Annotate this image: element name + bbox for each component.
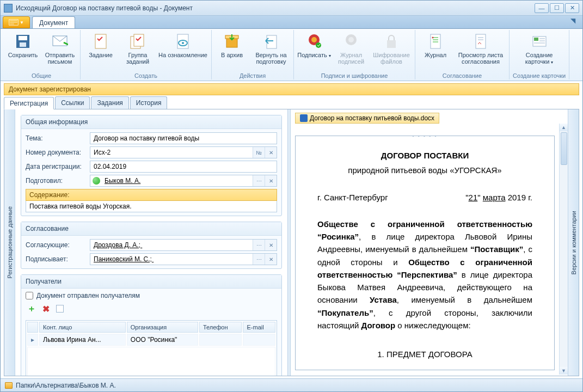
plus-icon: ＋ <box>27 303 36 315</box>
status-strip: Документ зарегистрирован <box>4 83 579 95</box>
seal-log-icon <box>342 32 360 51</box>
num-gen-button[interactable]: № <box>253 147 265 158</box>
card-general: Общая информация Тема: Номер документа: … <box>21 115 282 216</box>
card-icon <box>530 32 549 51</box>
svg-rect-24 <box>534 38 538 41</box>
clear-button[interactable]: ✕ <box>265 175 277 186</box>
statusbar: Папки\Альтернатива\Быков М. А. <box>1 378 582 391</box>
col-email[interactable]: E-mail <box>243 322 275 333</box>
content-tabs: Регистрация Ссылки Задания История <box>4 96 579 109</box>
task-group-button[interactable]: Группа заданий <box>121 31 155 71</box>
clear-button[interactable]: ✕ <box>265 240 277 250</box>
send-mail-button[interactable]: Отправить письмом <box>43 31 77 71</box>
return-button[interactable]: Вернуть на подготовку <box>252 31 290 71</box>
num-clear-button[interactable]: ✕ <box>265 147 277 158</box>
signer-input[interactable]: ⋯ ✕ <box>90 253 277 265</box>
card-header: Общая информация <box>21 115 281 129</box>
svg-rect-20 <box>431 34 440 48</box>
body-area: Регистрационные данные Общая информация … <box>4 109 579 376</box>
card-approval: Согласование Согласующие: ⋯ ✕ Подписывае… <box>21 222 282 269</box>
breadcrumb[interactable]: Папки\Альтернатива\Быков М. А. <box>16 382 116 389</box>
scroll-down-icon[interactable]: ▼ <box>560 367 568 375</box>
col-contact[interactable]: Конт. лицо <box>39 322 126 333</box>
col-org[interactable]: Организация <box>127 322 198 333</box>
save-button[interactable]: Сохранить <box>6 31 40 71</box>
app-icon <box>4 4 13 13</box>
document-preview[interactable]: • • • • • ДОГОВОР ПОСТАВКИ природной пит… <box>295 136 555 370</box>
group-label: Действия <box>240 71 266 79</box>
close-button[interactable]: ✕ <box>565 3 579 13</box>
seal-icon <box>305 32 323 51</box>
recipients-toolbar: ＋ ✖ <box>26 302 277 318</box>
create-card-button[interactable]: Создание карточки ▾ <box>520 31 559 71</box>
desc-text[interactable]: Поставка питевой воды Угорская. <box>26 201 277 212</box>
side-tab-left[interactable]: Регистрационные данные <box>4 109 15 376</box>
svg-rect-2 <box>19 36 27 40</box>
group-label: Общие <box>32 71 51 79</box>
tab-tasks[interactable]: Задания <box>91 96 128 109</box>
chevron-down-icon: ▾ <box>551 60 553 65</box>
docnum-label: Номер документа: <box>26 149 87 156</box>
ribbon-tab-document[interactable]: Документ <box>32 16 75 28</box>
svg-point-10 <box>182 42 184 44</box>
status-dot-icon <box>93 177 100 185</box>
scroll-thumb[interactable] <box>561 132 567 165</box>
approval-log-button[interactable]: Журнал <box>419 31 452 71</box>
archive-button[interactable]: В архив <box>215 31 249 71</box>
theme-input[interactable] <box>90 132 277 144</box>
theme-label: Тема: <box>26 134 87 142</box>
col-phone[interactable]: Телефон <box>199 322 242 333</box>
archive-icon <box>223 32 241 51</box>
lookup-button[interactable]: ⋯ <box>253 175 265 186</box>
approval-sheet-button[interactable]: Просмотр листа согласования <box>456 31 506 71</box>
clear-button[interactable]: ✕ <box>265 254 277 265</box>
sent-checkbox[interactable] <box>26 292 33 299</box>
prepared-input[interactable]: ⋯ ✕ <box>90 175 277 187</box>
return-icon <box>262 32 280 51</box>
checkbox-icon <box>56 305 64 313</box>
sent-checkbox-row[interactable]: Документ отправлен получателям <box>26 292 277 299</box>
tab-registration[interactable]: Регистрация <box>4 97 54 109</box>
svg-point-15 <box>311 37 317 42</box>
lock-icon <box>382 32 401 51</box>
scroll-up-icon[interactable]: ▲ <box>560 124 568 131</box>
ribbon: Сохранить Отправить письмом Общие Задани… <box>1 29 582 81</box>
row-indicator-icon: ▸ <box>27 334 38 346</box>
svg-rect-7 <box>134 34 144 46</box>
approvers-input[interactable]: ⋯ ✕ <box>90 239 277 251</box>
card-header: Согласование <box>21 222 281 236</box>
recipients-grid[interactable]: Конт. лицо Организация Телефон E-mail ▸ … <box>26 320 277 376</box>
sig-log-button: Журнал подписей <box>334 31 368 71</box>
attachment-chip[interactable]: Договор на поставку питьевой воды.docx <box>295 113 439 124</box>
side-tab-right[interactable]: Версии и комментарии <box>568 109 579 376</box>
task-button[interactable]: Задание <box>84 31 118 71</box>
task-group-icon <box>128 32 147 51</box>
chevron-down-icon: ▼ <box>20 20 24 25</box>
review-button[interactable]: На ознакомление <box>158 31 208 71</box>
ribbon-help-icon[interactable]: ◥ <box>570 17 580 27</box>
docnum-input[interactable]: № ✕ <box>90 146 277 158</box>
chevron-down-icon: ▾ <box>329 53 331 58</box>
word-doc-icon <box>300 114 308 122</box>
lookup-button[interactable]: ⋯ <box>253 254 265 265</box>
encrypt-button: Шифрование файлов <box>371 31 412 71</box>
minimize-button[interactable]: — <box>535 3 549 13</box>
svg-point-16 <box>316 42 321 48</box>
signer-label: Подписывает: <box>26 255 87 263</box>
maximize-button[interactable]: ☐ <box>550 3 564 13</box>
preview-scrollbar[interactable]: ▲ ▼ <box>559 124 568 375</box>
approvers-label: Согласующие: <box>26 241 87 249</box>
regdate-input[interactable] <box>90 161 277 173</box>
lookup-button[interactable]: ⋯ <box>253 240 265 250</box>
toggle-button[interactable] <box>54 303 66 315</box>
delete-button[interactable]: ✖ <box>40 303 52 315</box>
svg-rect-13 <box>267 35 277 48</box>
sign-button[interactable]: Подписать ▾ <box>297 31 331 71</box>
svg-rect-5 <box>95 34 106 48</box>
tab-history[interactable]: История <box>130 96 168 109</box>
table-row[interactable]: ▸ Львова Ирина Ан... ООО "Росинка" <box>27 334 275 346</box>
tab-links[interactable]: Ссылки <box>55 96 90 109</box>
group-label: Согласование <box>443 71 482 79</box>
file-menu-button[interactable]: ▼ <box>3 16 30 28</box>
add-button[interactable]: ＋ <box>26 303 38 315</box>
